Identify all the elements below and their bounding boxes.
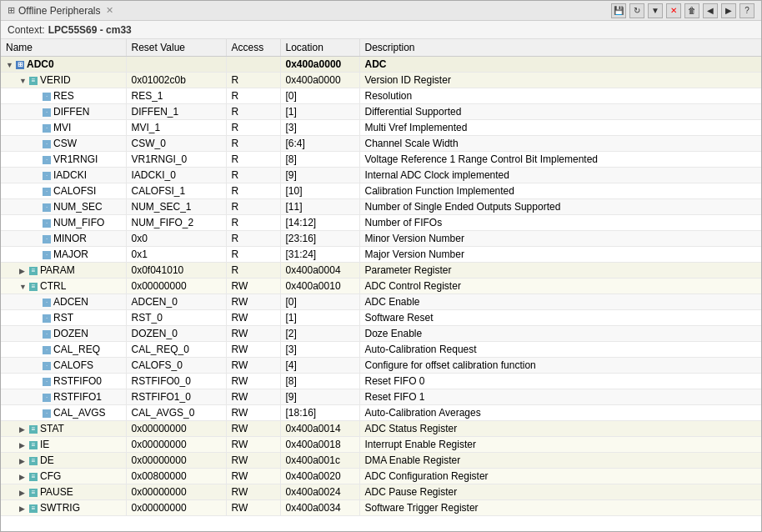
table-row[interactable]: ·CAL_REQCAL_REQ_0RW[3]Auto-Calibration R… [1,342,761,358]
table-row[interactable]: ▼⊞ADC00x400a0000ADC [1,57,761,73]
table-row[interactable]: ·RESRES_1R[0]Resolution [1,88,761,104]
row-name-text: MAJOR [53,248,88,260]
row-name-text: PARAM [40,264,75,276]
table-body: ▼⊞ADC00x400a0000ADC▼≡VERID0x01002c0bR0x4… [1,57,761,516]
next-button[interactable]: ▶ [721,3,736,18]
table-row[interactable]: ▶≡PARAM0x0f041010R0x400a0004Parameter Re… [1,263,761,279]
table-row[interactable]: ·CALOFSICALOFSI_1R[10]Calibration Functi… [1,183,761,199]
row-name-text: VERID [40,74,71,86]
context-bar: Context: LPC55S69 - cm33 [1,21,761,39]
cell-reset: 0x1 [126,247,226,263]
table-row[interactable]: ·MVIMVI_1R[3]Multi Vref Implemented [1,120,761,136]
cell-name: ▼≡CTRL [1,279,126,294]
table-row[interactable]: ·VR1RNGIVR1RNGI_0R[8]Voltage Reference 1… [1,152,761,168]
col-header-name: Name [1,39,126,57]
table-row[interactable]: ·IADCKIIADCKI_0R[9]Internal ADC Clock im… [1,168,761,183]
table-row[interactable]: ▶≡STAT0x00000000RW0x400a0014ADC Status R… [1,421,761,437]
cell-location: [9] [280,168,359,183]
cell-description: Number of FIFOs [359,215,761,231]
cell-reset: NUM_FIFO_2 [126,215,226,231]
window-icon: ⊞ [8,5,15,16]
window-tab-close[interactable]: ✕ [106,5,113,16]
table-row[interactable]: ·RSTFIFO0RSTFIFO0_0RW[8]Reset FIFO 0 [1,374,761,389]
cell-name: ▶≡PARAM [1,263,126,279]
cell-reset: RSTFIFO1_0 [126,389,226,405]
field-icon: · [43,140,51,148]
cell-access: R [226,120,280,136]
cell-reset: 0x00000000 [126,500,226,516]
table-row[interactable]: ▼≡VERID0x01002c0bR0x400a0000Version ID R… [1,73,761,88]
cell-location: [1] [280,104,359,120]
table-row[interactable]: ▶≡IE0x00000000RW0x400a0018Interrupt Enab… [1,437,761,453]
cell-location: 0x400a0000 [280,57,359,73]
table-row[interactable]: ·MINOR0x0R[23:16]Minor Version Number [1,231,761,247]
col-header-access: Access [226,39,280,57]
table-row[interactable]: ·CALOFSCALOFS_0RW[4]Configure for offset… [1,358,761,374]
expand-toggle[interactable]: ▶ [19,489,28,497]
expand-toggle[interactable]: ▶ [19,425,28,434]
cell-name: ·RST [1,310,126,326]
expand-toggle[interactable]: ▶ [19,457,28,465]
cell-name: ·ADCEN [1,294,126,310]
help-button[interactable]: ? [739,3,754,18]
refresh-button[interactable]: ↻ [629,3,644,18]
cell-description: ADC Configuration Register [359,469,761,484]
cell-location: [2] [280,326,359,342]
expand-toggle[interactable]: ▶ [19,441,28,449]
cell-access: RW [226,389,280,405]
table-row[interactable]: ▶≡SWTRIG0x00000000RW0x400a0034Software T… [1,500,761,516]
row-name-text: SWTRIG [40,502,80,514]
table-row[interactable]: ▶≡CFG0x00800000RW0x400a0020ADC Configura… [1,469,761,484]
cell-location: 0x400a0010 [280,279,359,294]
table-row[interactable]: ·RSTRST_0RW[1]Software Reset [1,310,761,326]
collapse-button[interactable]: ▼ [648,3,663,18]
cell-description: Internal ADC Clock implemented [359,168,761,183]
reg-icon: ≡ [29,267,38,275]
field-icon: · [43,251,51,259]
expand-toggle[interactable]: ▶ [19,473,28,481]
row-name-text: RSTFIFO1 [53,391,102,403]
delete-button[interactable]: 🗑 [684,3,699,18]
table-row[interactable]: ·RSTFIFO1RSTFIFO1_0RW[9]Reset FIFO 1 [1,389,761,405]
cell-reset: ADCEN_0 [126,294,226,310]
table-row[interactable]: ·NUM_FIFONUM_FIFO_2R[14:12]Number of FIF… [1,215,761,231]
table-row[interactable]: ·MAJOR0x1R[31:24]Major Version Number [1,247,761,263]
row-name-text: CAL_AVGS [53,407,105,419]
main-window: ⊞ Offline Peripherals ✕ 💾 ↻ ▼ ✕ 🗑 ◀ ▶ ? … [0,0,762,532]
expand-toggle[interactable]: ▼ [19,77,28,85]
cell-location: [11] [280,199,359,215]
reg-icon: ≡ [29,77,38,85]
table-row[interactable]: ▶≡DE0x00000000RW0x400a001cDMA Enable Reg… [1,453,761,469]
field-icon: · [43,172,51,180]
table-row[interactable]: ·ADCENADCEN_0RW[0]ADC Enable [1,294,761,310]
cell-location: [18:16] [280,405,359,421]
table-row[interactable]: ·DIFFENDIFFEN_1R[1]Differential Supporte… [1,104,761,120]
title-bar: ⊞ Offline Peripherals ✕ 💾 ↻ ▼ ✕ 🗑 ◀ ▶ ? [1,1,761,21]
cell-description: Configure for offset calibration functio… [359,358,761,374]
cell-description: Auto-Calibration Request [359,342,761,358]
table-container[interactable]: Name Reset Value Access Location Descrip… [1,39,761,531]
cell-access: RW [226,310,280,326]
table-row[interactable]: ·DOZENDOZEN_0RW[2]Doze Enable [1,326,761,342]
cell-reset: CAL_AVGS_0 [126,405,226,421]
table-row[interactable]: ·CSWCSW_0R[6:4]Channel Scale Width [1,136,761,152]
prev-button[interactable]: ◀ [703,3,718,18]
cell-name: ·CALOFSI [1,183,126,199]
table-row[interactable]: ·CAL_AVGSCAL_AVGS_0RW[18:16]Auto-Calibra… [1,405,761,421]
cell-reset: RST_0 [126,310,226,326]
field-icon: · [43,409,51,418]
table-row[interactable]: ·NUM_SECNUM_SEC_1R[11]Number of Single E… [1,199,761,215]
table-row[interactable]: ▼≡CTRL0x00000000RW0x400a0010ADC Control … [1,279,761,294]
save-button[interactable]: 💾 [611,3,626,18]
reg-icon: ≡ [29,441,38,449]
stop-button[interactable]: ✕ [666,3,681,18]
expand-toggle[interactable]: ▶ [19,504,28,513]
cell-location: [23:16] [280,231,359,247]
field-icon: · [43,394,51,402]
table-row[interactable]: ▶≡PAUSE0x00000000RW0x400a0024ADC Pause R… [1,484,761,500]
expand-toggle[interactable]: ▼ [6,61,14,69]
expand-toggle[interactable]: ▼ [19,283,28,291]
cell-reset: 0x00000000 [126,421,226,437]
context-label: Context: [8,24,45,36]
expand-toggle[interactable]: ▶ [19,267,28,275]
